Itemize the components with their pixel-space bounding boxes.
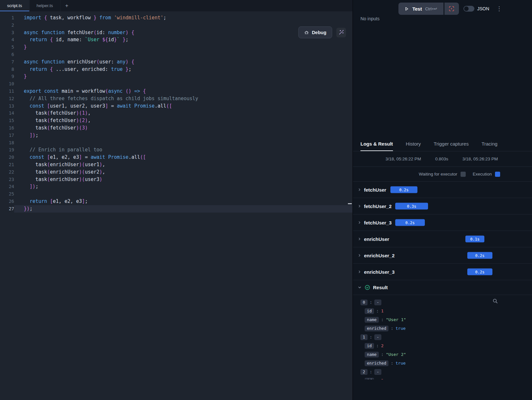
code-line[interactable]: 23 task(enrichUser)(user3)	[0, 176, 352, 183]
result-tree-row: id:1	[365, 307, 532, 315]
code-line[interactable]: 7async function enrichUser(user: any) {	[0, 58, 352, 66]
line-content: ]);	[14, 183, 352, 190]
tree-key[interactable]: 0	[360, 300, 368, 305]
test-up-to-button[interactable]	[444, 3, 459, 15]
code-line[interactable]: 8 return { ...user, enriched: true };	[0, 66, 352, 73]
code-line[interactable]: 11export const main = workflow(async () …	[0, 88, 352, 95]
code-line[interactable]: 27});	[0, 205, 352, 213]
code-line[interactable]: 21 task(enrichUser)(user1),	[0, 161, 352, 168]
job-name: enrichUser_3	[364, 269, 395, 275]
job-row-enrichUser_2[interactable]: enrichUser_20.2s	[353, 247, 532, 264]
test-button[interactable]: Test Ctrl+↵	[398, 3, 443, 15]
tree-collapse-toggle[interactable]: -	[374, 334, 381, 340]
tree-key[interactable]: id	[365, 343, 374, 349]
tree-key[interactable]: 1	[360, 334, 368, 340]
line-number: 23	[0, 176, 14, 183]
tree-key[interactable]: enriched	[365, 326, 388, 331]
editor-tab-helper.ts[interactable]: helper.ts	[30, 0, 61, 11]
search-result-button[interactable]	[492, 298, 498, 304]
logs-tab-tracing[interactable]: Tracing	[481, 137, 497, 151]
tree-value: "User 2"	[386, 352, 406, 357]
test-shortcut: Ctrl+↵	[425, 6, 438, 11]
logs-tab-logs-result[interactable]: Logs & Result	[360, 137, 393, 151]
run-start-time: 3/18, 05:26:22 PM	[386, 157, 421, 161]
line-number: 19	[0, 146, 14, 154]
editor-tab-script.ts[interactable]: script.ts	[0, 0, 30, 11]
job-duration-badge: 0.2s	[390, 186, 417, 193]
code-line[interactable]: 17 ]);	[0, 132, 352, 139]
job-duration-badge: 0.2s	[467, 252, 492, 259]
line-number: 11	[0, 88, 14, 95]
code-line[interactable]: 5}	[0, 43, 352, 51]
tree-colon: :	[391, 361, 393, 366]
job-timeline: fetchUser0.2sfetchUser_20.3sfetchUser_30…	[353, 182, 532, 280]
editor-tab-label: script.ts	[7, 3, 22, 8]
check-circle-icon	[365, 285, 370, 290]
kebab-menu-icon[interactable]: ⋮	[496, 6, 502, 12]
job-row-enrichUser_3[interactable]: enrichUser_30.2s	[353, 264, 532, 280]
code-line[interactable]: 20 const [e1, e2, e3] = await Promise.al…	[0, 154, 352, 161]
code-line[interactable]: 22 task(enrichUser)(user2),	[0, 168, 352, 176]
chevron-right-icon[interactable]	[358, 188, 361, 192]
run-pane: Test Ctrl+↵ JSON	[353, 0, 532, 400]
tree-value: 2	[381, 343, 384, 348]
line-content: const [user1, user2, user3] = await Prom…	[14, 102, 352, 110]
code-line[interactable]: 1import { task, workflow } from 'windmil…	[0, 14, 352, 22]
line-content: task(fetchUser)(1),	[14, 110, 352, 117]
code-line[interactable]: 19 // Enrich in parallel too	[0, 146, 352, 154]
tree-key[interactable]: 2	[360, 369, 368, 375]
result-label: Result	[373, 285, 388, 290]
code-line[interactable]: 18	[0, 139, 352, 147]
code-line[interactable]: 16 task(fetchUser)(3)	[0, 124, 352, 132]
tree-key[interactable]: name	[365, 317, 379, 323]
code-editor[interactable]: 1import { task, workflow } from 'windmil…	[0, 12, 352, 400]
play-icon	[404, 6, 409, 11]
tree-collapse-toggle[interactable]: -	[374, 300, 381, 305]
code-line[interactable]: 9}	[0, 73, 352, 80]
tree-key[interactable]: id	[365, 378, 374, 380]
job-name: fetchUser	[364, 187, 386, 193]
line-content: // All three fetches dispatch as child j…	[14, 95, 352, 102]
chevron-right-icon[interactable]	[358, 253, 361, 257]
chevron-right-icon[interactable]	[358, 237, 361, 241]
tree-colon: :	[370, 335, 372, 339]
line-number: 27	[0, 205, 14, 213]
chevron-down-icon	[358, 285, 362, 290]
job-row-fetchUser[interactable]: fetchUser0.2s	[353, 182, 532, 198]
code-line[interactable]: 15 task(fetchUser)(2),	[0, 117, 352, 124]
logs-tab-trigger-captures[interactable]: Trigger captures	[434, 137, 469, 151]
job-row-fetchUser_2[interactable]: fetchUser_20.3s	[353, 198, 532, 214]
code-line[interactable]: 14 task(fetchUser)(1),	[0, 110, 352, 117]
code-line[interactable]: 26 return [e1, e2, e3];	[0, 198, 352, 205]
code-line[interactable]: 10	[0, 80, 352, 88]
job-row-fetchUser_3[interactable]: fetchUser_30.2s	[353, 214, 532, 231]
line-number: 5	[0, 43, 14, 51]
line-number: 7	[0, 58, 14, 66]
line-content: const [e1, e2, e3] = await Promise.all([	[14, 154, 352, 161]
tree-collapse-toggle[interactable]: -	[374, 369, 381, 375]
tree-key[interactable]: name	[365, 352, 379, 357]
code-line[interactable]: 12 // All three fetches dispatch as chil…	[0, 95, 352, 102]
chevron-right-icon[interactable]	[358, 221, 361, 224]
code-line[interactable]: 25	[0, 190, 352, 198]
job-row-enrichUser[interactable]: enrichUser0.1s	[353, 231, 532, 247]
code-line[interactable]: 24 ]);	[0, 183, 352, 190]
chevron-right-icon[interactable]	[358, 270, 361, 274]
ai-wand-button[interactable]	[336, 28, 346, 37]
debug-button[interactable]: Debug	[298, 26, 332, 38]
editor-pane: script.tshelper.ts + 1import { task, wor…	[0, 0, 353, 400]
logs-tab-history[interactable]: History	[406, 137, 421, 151]
json-toggle[interactable]	[463, 6, 474, 12]
result-tree-row: name:"User 1"	[365, 315, 532, 324]
tree-key[interactable]: enriched	[365, 360, 388, 366]
line-number: 2	[0, 22, 14, 29]
legend-waiting-swatch	[461, 172, 466, 177]
code-line[interactable]: 13 const [user1, user2, user3] = await P…	[0, 102, 352, 110]
new-tab-button[interactable]: +	[61, 0, 73, 11]
result-header[interactable]: Result	[353, 280, 532, 295]
tree-key[interactable]: id	[365, 308, 374, 314]
code-line[interactable]: 6	[0, 51, 352, 58]
line-number: 16	[0, 124, 14, 132]
chevron-right-icon[interactable]	[358, 204, 361, 208]
line-content: export const main = workflow(async () =>…	[14, 88, 352, 95]
